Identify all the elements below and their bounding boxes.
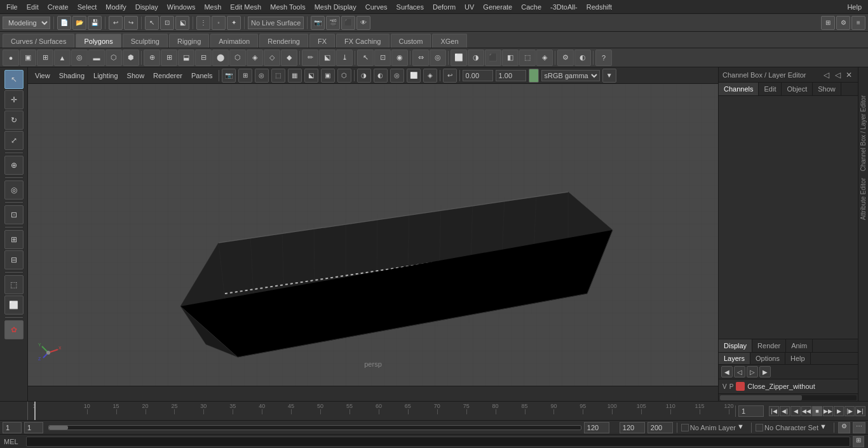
layer-v-toggle[interactable]: V bbox=[722, 383, 727, 390]
combine-icon-btn[interactable]: ⬤ bbox=[212, 50, 229, 66]
grid-area[interactable]: persp X Y Z bbox=[28, 84, 718, 386]
sym-icon-btn[interactable]: ⇔ bbox=[412, 50, 429, 66]
render-region-btn[interactable]: ⬚ bbox=[4, 275, 24, 294]
open-file-btn[interactable]: 📂 bbox=[72, 16, 86, 30]
tab-edit[interactable]: Edit bbox=[759, 83, 782, 95]
menu-display[interactable]: Display bbox=[132, 2, 162, 12]
play-back-btn[interactable]: ◀◀ bbox=[801, 406, 811, 416]
menu-edit[interactable]: Edit bbox=[23, 2, 43, 12]
tab-fx[interactable]: FX bbox=[309, 34, 335, 48]
vp-camera-btn[interactable]: 📷 bbox=[222, 69, 236, 83]
layer-arrow-left-btn[interactable]: ◀ bbox=[721, 366, 733, 377]
panel-pin-btn[interactable]: ◁ bbox=[821, 70, 831, 80]
cube-icon-btn[interactable]: ▣ bbox=[20, 50, 36, 66]
remesh-icon-btn[interactable]: ◆ bbox=[281, 50, 297, 66]
vp-menu-lighting[interactable]: Lighting bbox=[90, 71, 121, 81]
workspace-selector[interactable]: Modeling bbox=[3, 17, 50, 29]
paint-btn[interactable]: ⬕ bbox=[175, 16, 189, 30]
menu-mesh-display[interactable]: Mesh Display bbox=[311, 2, 360, 12]
maya-icon-btn[interactable]: ✿ bbox=[4, 320, 24, 339]
menu-3dtoall[interactable]: -3DtoAll- bbox=[546, 2, 581, 12]
vp-2d-btn[interactable]: ⬕ bbox=[304, 69, 318, 83]
step-back-btn[interactable]: ◀| bbox=[780, 406, 790, 416]
vp-menu-panels[interactable]: Panels bbox=[188, 71, 216, 81]
rotate-tool-btn[interactable]: ↻ bbox=[4, 111, 24, 130]
menu-file[interactable]: File bbox=[3, 2, 22, 12]
cone-icon-btn[interactable]: ▲ bbox=[54, 50, 71, 66]
tab-object[interactable]: Object bbox=[782, 83, 813, 95]
ipr-btn[interactable]: ⬛ bbox=[341, 16, 355, 30]
save-file-btn[interactable]: 💾 bbox=[88, 16, 102, 30]
new-file-btn[interactable]: 📄 bbox=[57, 16, 71, 30]
soft-sel-icon-btn[interactable]: ◎ bbox=[430, 50, 446, 66]
vp-heads-btn[interactable]: ▦ bbox=[288, 69, 302, 83]
vp-image-btn[interactable]: ⬚ bbox=[271, 69, 285, 83]
menu-generate[interactable]: Generate bbox=[479, 2, 516, 12]
viewport[interactable]: View Shading Lighting Show Renderer Pane… bbox=[28, 67, 718, 401]
hotbox-btn[interactable]: ⋯ bbox=[853, 422, 865, 433]
play-fwd-btn[interactable]: ▶▶ bbox=[823, 406, 833, 416]
layout-btn[interactable]: ⊞ bbox=[821, 16, 835, 30]
plane-icon-btn[interactable]: ▬ bbox=[88, 50, 105, 66]
tab-rigging[interactable]: Rigging bbox=[169, 34, 209, 48]
vp-3d-btn[interactable]: ▣ bbox=[321, 69, 335, 83]
paint-sel-icon-btn[interactable]: ◉ bbox=[391, 50, 408, 66]
menu-curves[interactable]: Curves bbox=[362, 2, 391, 12]
start-frame-field[interactable] bbox=[3, 422, 22, 433]
tab-show[interactable]: Show bbox=[813, 83, 841, 95]
tab-fx-caching[interactable]: FX Caching bbox=[336, 34, 389, 48]
vp-menu-show[interactable]: Show bbox=[124, 71, 148, 81]
lasso-btn[interactable]: ⊡ bbox=[160, 16, 174, 30]
menu-uv[interactable]: UV bbox=[461, 2, 478, 12]
reduce-icon-btn[interactable]: ◇ bbox=[264, 50, 280, 66]
menu-help[interactable]: Help bbox=[843, 2, 865, 12]
attr-icon-btn[interactable]: ⚙ bbox=[557, 50, 574, 66]
tab-render[interactable]: Render bbox=[752, 339, 786, 352]
menu-select[interactable]: Select bbox=[74, 2, 101, 12]
torus-icon-btn[interactable]: ◎ bbox=[71, 50, 88, 66]
select-tool-btn[interactable]: ↖ bbox=[4, 70, 24, 89]
edge-icon-btn[interactable]: ⬕ bbox=[319, 50, 336, 66]
smooth-icon-btn[interactable]: ◈ bbox=[247, 50, 263, 66]
prefs-btn[interactable]: ≡ bbox=[851, 16, 865, 30]
undo-btn[interactable]: ↩ bbox=[109, 16, 123, 30]
help-icon-btn[interactable]: ? bbox=[595, 50, 612, 66]
prev-frame-btn[interactable]: ◀ bbox=[790, 406, 801, 416]
edge-tab-attreditor[interactable]: Attribute Editor bbox=[859, 175, 867, 222]
sphere-icon-btn[interactable]: ● bbox=[3, 50, 19, 66]
grid-btn[interactable]: ⊞ bbox=[4, 230, 24, 249]
vp-color-expand-btn[interactable]: ▼ bbox=[602, 69, 616, 83]
settings-btn[interactable]: ⚙ bbox=[836, 16, 850, 30]
disk-icon-btn[interactable]: ⬡ bbox=[105, 50, 122, 66]
menu-modify[interactable]: Modify bbox=[102, 2, 130, 12]
transform-icon-btn[interactable]: ⊕ bbox=[144, 50, 160, 66]
edge-tab-channelbox[interactable]: Channel Box / Layer Editor bbox=[859, 93, 867, 174]
collapse-icon-btn[interactable]: ⤓ bbox=[336, 50, 353, 66]
next-frame-btn[interactable]: ▶ bbox=[834, 406, 844, 416]
move-tool-btn[interactable]: ✛ bbox=[4, 90, 24, 109]
vp-xray-btn[interactable]: ◎ bbox=[390, 69, 404, 83]
group-icon-btn[interactable]: ⊞ bbox=[161, 50, 177, 66]
vp-menu-shading[interactable]: Shading bbox=[56, 71, 88, 81]
tab-rendering[interactable]: Rendering bbox=[259, 34, 308, 48]
separate-icon-btn[interactable]: ⬡ bbox=[229, 50, 246, 66]
tab-options-layers[interactable]: Options bbox=[750, 353, 785, 364]
last-tool-btn[interactable]: ⊕ bbox=[4, 156, 24, 175]
redo-btn[interactable]: ↪ bbox=[124, 16, 138, 30]
tab-curves-surfaces[interactable]: Curves / Surfaces bbox=[3, 34, 74, 48]
current-frame-field[interactable] bbox=[738, 405, 764, 417]
tab-polygons[interactable]: Polygons bbox=[76, 34, 121, 48]
coord-y-field[interactable] bbox=[496, 70, 526, 81]
wire-icon-btn[interactable]: ⬛ bbox=[485, 50, 501, 66]
panel-close-btn[interactable]: ✕ bbox=[844, 70, 854, 80]
range-start-field[interactable] bbox=[620, 422, 645, 433]
boolean-icon-btn[interactable]: ⊟ bbox=[195, 50, 212, 66]
tab-display[interactable]: Display bbox=[719, 339, 752, 352]
snap-surface-btn[interactable]: ⊡ bbox=[4, 205, 24, 224]
menu-redshift[interactable]: Redshift bbox=[583, 2, 616, 12]
tab-anim[interactable]: Anim bbox=[786, 339, 813, 352]
tab-xgen[interactable]: XGen bbox=[432, 34, 466, 48]
next-keyframe-btn[interactable]: ▶| bbox=[855, 406, 865, 416]
tab-layers[interactable]: Layers bbox=[719, 353, 750, 364]
vp-light2-btn[interactable]: ◈ bbox=[423, 69, 437, 83]
